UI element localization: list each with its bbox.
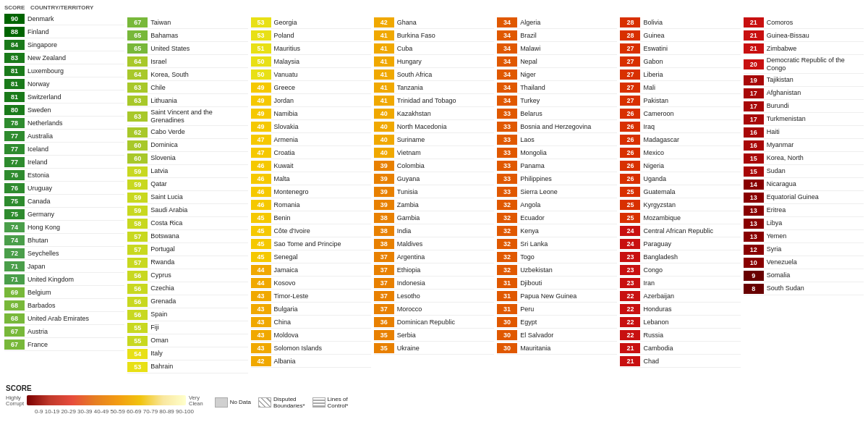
score-badge: 25: [620, 200, 640, 210]
table-row: 31Peru: [497, 303, 617, 316]
score-badge: 55: [127, 336, 148, 346]
country-name: Ghana: [397, 19, 494, 27]
table-row: 34Thailand: [497, 82, 617, 94]
country-name: Nigeria: [643, 162, 740, 170]
table-row: 34Malawi: [497, 43, 617, 55]
score-badge: 46: [251, 161, 271, 171]
score-badge: 34: [497, 30, 517, 41]
table-row: 41Trinidad and Tobago: [374, 95, 494, 107]
score-badge: 46: [251, 174, 271, 184]
table-row: 39Tunisia: [374, 186, 494, 198]
table-row: 55Oman: [127, 335, 247, 347]
country-name: Sierra Leone: [520, 188, 617, 196]
table-row: 43Bulgaria: [251, 303, 371, 316]
score-badge: 40: [374, 122, 394, 132]
score-badge: 23: [620, 265, 640, 275]
country-name: Taiwan: [150, 19, 247, 27]
table-row: 33Laos: [497, 134, 617, 146]
table-row: 21Chad: [620, 355, 740, 368]
table-row: 45Côte d'Ivoire: [251, 225, 371, 237]
table-row: 28Bolivia: [620, 17, 740, 29]
country-name: Comoros: [767, 19, 864, 27]
score-badge: 74: [4, 235, 25, 245]
table-row: 57Rwanda: [127, 257, 247, 269]
table-row: 22Lebanon: [620, 316, 740, 329]
score-badge: 16: [744, 140, 764, 151]
table-row: 53Georgia: [251, 17, 371, 29]
score-badge: 36: [374, 317, 394, 327]
country-name: Argentina: [397, 253, 494, 261]
country-name: Kosovo: [274, 279, 371, 287]
country-name: Mozambique: [643, 214, 740, 222]
score-badge: 22: [620, 304, 640, 314]
score-badge: 41: [374, 83, 394, 93]
score-badge: 57: [127, 245, 148, 255]
country-name: Kenya: [520, 227, 617, 235]
table-row: 49Jordan: [251, 95, 371, 107]
country-name: Hungary: [397, 58, 494, 66]
table-row: 76Estonia: [4, 169, 124, 182]
table-row: 72Seychelles: [4, 248, 124, 260]
table-row: 27Eswatini: [620, 43, 740, 55]
table-row: 37Ethiopia: [374, 264, 494, 277]
table-row: 27Mali: [620, 82, 740, 94]
table-row: 38India: [374, 225, 494, 237]
country-name: Laos: [520, 136, 617, 144]
score-badge: 27: [620, 56, 640, 67]
score-badge: 35: [374, 343, 394, 353]
legend-title: SCORE: [6, 384, 203, 392]
lines-legend: Lines ofControl*: [312, 396, 349, 409]
table-row: 49Namibia: [251, 108, 371, 120]
table-row: 51Mauritius: [251, 43, 371, 55]
table-row: 37Lesotho: [374, 290, 494, 303]
country-name: Ireland: [27, 159, 124, 166]
score-badge: 42: [374, 17, 394, 28]
table-row: 26Iraq: [620, 121, 740, 133]
table-row: 63Lithuania: [127, 95, 247, 107]
country-name: Serbia: [397, 332, 494, 339]
table-row: 67Taiwan: [127, 17, 247, 29]
table-row: 33Bosnia and Herzegovina: [497, 121, 617, 133]
table-row: 35Ukraine: [374, 342, 494, 355]
country-name: Afghanistan: [767, 89, 864, 97]
table-row: 31Djibouti: [497, 277, 617, 290]
table-row: 39Guyana: [374, 173, 494, 185]
score-badge: 45: [251, 213, 271, 223]
country-name: Bosnia and Herzegovina: [520, 123, 617, 131]
country-name: Gabon: [643, 58, 740, 66]
table-row: 47Croatia: [251, 147, 371, 159]
table-row: 67France: [4, 339, 124, 351]
table-row: 25Guatemala: [620, 186, 740, 198]
score-badge: 43: [251, 343, 271, 353]
score-badge: 35: [374, 330, 394, 340]
score-badge: 37: [374, 291, 394, 301]
score-badge: 60: [127, 140, 148, 151]
country-name: Myanmar: [767, 141, 864, 149]
score-badge: 44: [251, 265, 271, 275]
country-name: Tajikistan: [767, 76, 864, 84]
table-row: 81Norway: [4, 78, 124, 90]
no-data-legend: No Data: [215, 397, 251, 408]
gradient-labels: 0-910-1920-2930-3940-4950-5960-6970-7980…: [35, 408, 194, 415]
table-row: 77Australia: [4, 130, 124, 143]
table-row: 37Morocco: [374, 303, 494, 316]
score-badge: 34: [497, 56, 517, 67]
table-row: 23Congo: [620, 264, 740, 277]
country-name: Australia: [27, 132, 124, 140]
country-name: Iceland: [27, 145, 124, 153]
score-badge: 37: [374, 278, 394, 288]
column-1: 67Taiwan65Bahamas65United States64Israel…: [126, 4, 249, 374]
country-name: Democratic Republic of the Congo: [767, 56, 864, 72]
score-badge: 41: [374, 43, 394, 54]
score-badge: 14: [744, 180, 764, 190]
column-6: 21Comoros21Guinea-Bissau21Zimbabwe20Demo…: [742, 4, 865, 296]
country-name: Malta: [274, 175, 371, 183]
score-badge: 26: [620, 174, 640, 184]
table-row: 41South Africa: [374, 69, 494, 81]
table-row: 54Italy: [127, 348, 247, 360]
country-name: Zambia: [397, 201, 494, 209]
score-badge: 15: [744, 153, 764, 164]
score-badge: 32: [497, 200, 517, 210]
score-badge: 33: [497, 187, 517, 197]
score-badge: 24: [620, 239, 640, 249]
